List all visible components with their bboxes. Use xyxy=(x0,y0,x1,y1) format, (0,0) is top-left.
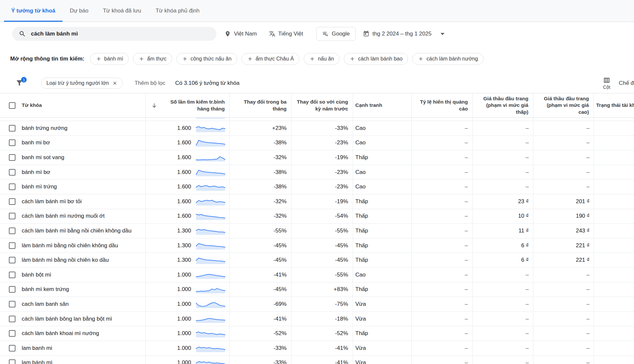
broaden-chip[interactable]: ẩm thực xyxy=(133,53,172,65)
top-bid-low: 11 ₫ xyxy=(472,224,533,238)
broaden-chip[interactable]: ẩm thực Châu Á xyxy=(241,53,300,65)
exclude-adult-ideas-chip[interactable]: Loại trừ ý tưởng người lớn xyxy=(41,78,123,89)
row-checkbox[interactable] xyxy=(9,345,15,352)
ad-impression-share: – xyxy=(411,224,472,238)
top-bid-high: – xyxy=(533,150,594,165)
filter-button[interactable]: 1 xyxy=(15,79,24,87)
competition: Thấp xyxy=(353,282,411,297)
date-range-selector[interactable]: thg 2 2024 – thg 1 2025 xyxy=(360,31,448,37)
add-filter-button[interactable]: Thêm bộ lọc xyxy=(135,80,165,86)
top-bid-high: – xyxy=(533,297,594,311)
broaden-chip[interactable]: công thức nấu ăn xyxy=(176,53,237,65)
row-checkbox[interactable] xyxy=(9,359,15,364)
competition: Vừa xyxy=(353,312,411,326)
broaden-chip[interactable]: bánh mì xyxy=(90,53,129,65)
avg-monthly-searches: 1.000 xyxy=(149,272,191,278)
ad-impression-share: – xyxy=(411,297,472,311)
row-checkbox[interactable] xyxy=(9,286,15,293)
account-status-header-label: Trạng thái tài kh xyxy=(596,102,634,109)
row-checkbox[interactable] xyxy=(9,228,15,234)
keyword-cell: lam banh mi xyxy=(0,341,145,355)
avg-searches-cell: 1.000 xyxy=(145,356,229,364)
ad-impression-share-column-header[interactable]: Tỷ lệ hiển thị quảng cáo xyxy=(411,93,472,117)
three-month-change: -38% xyxy=(229,180,291,194)
row-checkbox[interactable] xyxy=(9,125,15,132)
trend-sparkline xyxy=(195,271,226,279)
network-selector[interactable]: Google xyxy=(316,27,356,41)
row-checkbox[interactable] xyxy=(9,242,15,249)
competition: Vừa xyxy=(353,341,411,355)
row-checkbox[interactable] xyxy=(9,257,15,263)
competition: Thấp xyxy=(353,326,411,341)
avg-searches-column-header[interactable]: Số lần tìm kiếm tr.bình hàng tháng xyxy=(145,93,229,117)
account-status-cell xyxy=(594,121,634,135)
row-checkbox[interactable] xyxy=(9,316,15,322)
keyword-column-header[interactable]: Từ khóa xyxy=(0,93,145,117)
plus-icon xyxy=(247,56,253,62)
table-row: cách làm bánh mì nướng muối ớt 1.600 -32… xyxy=(0,209,634,224)
competition: Thấp xyxy=(353,150,411,165)
avg-monthly-searches: 1.600 xyxy=(149,154,191,161)
tab[interactable]: Ý tưởng từ khoá xyxy=(4,0,63,22)
row-checkbox[interactable] xyxy=(9,139,15,146)
top-bid-high: – xyxy=(533,282,594,297)
account-status-cell xyxy=(594,194,634,209)
keyword-cell: bánh trứng nướng xyxy=(0,121,145,135)
broaden-chip[interactable]: cách làm bánh nướng xyxy=(412,53,483,65)
avg-searches-cell: 1.000 xyxy=(145,268,229,282)
keyword-search-box[interactable]: cách làm bánh mì xyxy=(12,27,216,41)
tab[interactable]: Từ khoá đã lưu xyxy=(96,0,148,22)
row-checkbox[interactable] xyxy=(9,301,15,307)
avg-monthly-searches: 1.000 xyxy=(149,330,191,337)
tab-bar: Ý tưởng từ khoá Dự báo Từ khoá đã lưu Từ… xyxy=(0,0,634,22)
avg-searches-cell: 1.000 xyxy=(145,312,229,326)
account-status-cell xyxy=(594,268,634,282)
chip-label: nấu ăn xyxy=(318,56,334,62)
chip-label: cách làm bánh bao xyxy=(358,56,402,62)
columns-button[interactable]: Cột xyxy=(603,77,610,90)
ad-impression-share: – xyxy=(411,194,472,209)
account-status-cell xyxy=(594,341,634,355)
three-month-change-column-header[interactable]: Thay đổi trong ba tháng xyxy=(229,93,291,117)
broaden-chip[interactable]: cách làm bánh bao xyxy=(344,53,408,65)
top-bid-high: 221 ₫ xyxy=(533,253,594,267)
location-selector[interactable]: Việt Nam xyxy=(224,31,257,37)
account-status-cell xyxy=(594,150,634,165)
row-checkbox[interactable] xyxy=(9,213,15,219)
keyword-cell: làm bánh mì bằng nồi chiên ko dầu xyxy=(0,253,145,267)
row-checkbox[interactable] xyxy=(9,169,15,176)
row-checkbox[interactable] xyxy=(9,198,15,205)
row-checkbox[interactable] xyxy=(9,330,15,337)
yoy-change-column-header[interactable]: Thay đổi so với cùng kỳ năm trước xyxy=(291,93,353,117)
account-status-column-header[interactable]: Trạng thái tài kh xyxy=(594,93,634,117)
top-bid-low: – xyxy=(472,136,533,150)
avg-searches-cell: 1.600 xyxy=(145,165,229,180)
columns-label: Cột xyxy=(603,85,610,90)
row-checkbox[interactable] xyxy=(9,183,15,190)
row-checkbox[interactable] xyxy=(9,272,15,278)
competition-column-header[interactable]: Cạnh tranh xyxy=(353,93,411,117)
competition: Cao xyxy=(353,136,411,150)
table-row: cách làm bánh bông lan bằng bột mì 1.000… xyxy=(0,312,634,327)
tab[interactable]: Từ khóa phủ định xyxy=(148,0,207,22)
top-bid-high-column-header[interactable]: Giá thầu đầu trang (phạm vi mức giá cao) xyxy=(533,93,594,117)
language-selector[interactable]: Tiếng Việt xyxy=(269,31,303,37)
tab[interactable]: Dự báo xyxy=(63,0,96,22)
remove-filter-icon[interactable] xyxy=(112,81,117,86)
row-checkbox[interactable] xyxy=(9,154,15,161)
table-row: bánh trứng nướng 1.600 +23% -33% Cao – –… xyxy=(0,121,634,136)
plus-icon xyxy=(96,56,102,62)
broaden-chip[interactable]: nấu ăn xyxy=(304,53,340,65)
trend-sparkline xyxy=(195,197,226,206)
competition: Thấp xyxy=(353,209,411,224)
top-bid-low-column-header[interactable]: Giá thầu đầu trang (phạm vi mức giá thấp… xyxy=(472,93,533,117)
plus-icon xyxy=(349,56,355,62)
filter-count-badge: 1 xyxy=(21,77,27,83)
yoy-change: -19% xyxy=(291,150,353,165)
view-mode-button[interactable]: Chế độ x xyxy=(619,80,634,86)
keyword-cell: lam bánh mì xyxy=(0,356,145,364)
top-bid-low: 6 ₫ xyxy=(472,253,533,267)
select-all-checkbox[interactable] xyxy=(9,102,15,109)
yoy-change: -52% xyxy=(291,326,353,341)
account-status-cell xyxy=(594,136,634,150)
